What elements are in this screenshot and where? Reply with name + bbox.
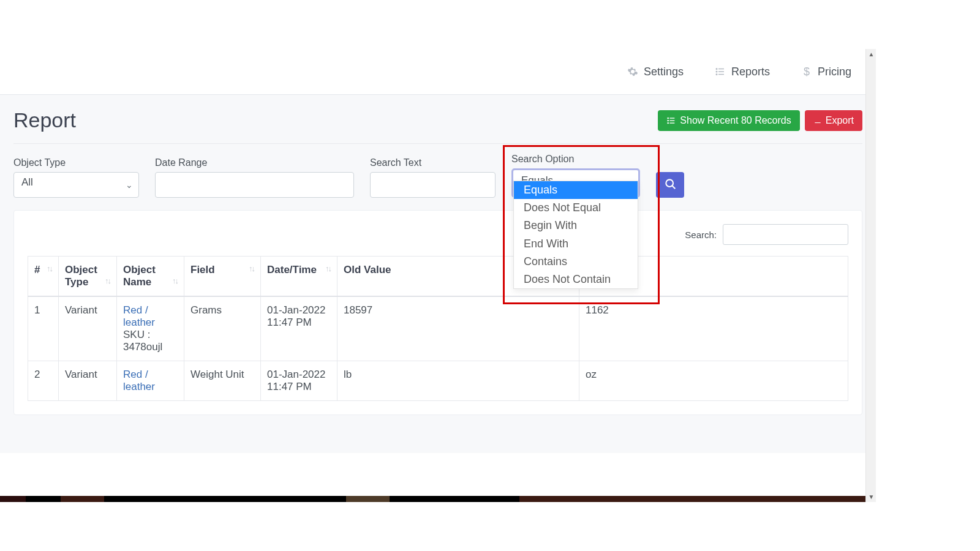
col-datetime[interactable]: Date/Time↑↓	[261, 257, 337, 297]
nav-settings-label: Settings	[644, 66, 684, 78]
nav-reports-label: Reports	[731, 66, 770, 78]
page-title: Report	[13, 108, 76, 132]
show-recent-label: Show Recent 80 Records	[680, 115, 791, 126]
cell-field: Grams	[184, 296, 261, 361]
gear-icon	[627, 66, 639, 78]
scroll-up-icon[interactable]: ▲	[866, 49, 876, 59]
col-index[interactable]: #↑↓	[28, 257, 59, 297]
option-does-not-equal[interactable]: Does Not Equal	[514, 199, 638, 217]
svg-point-9	[668, 118, 668, 118]
object-sku: SKU : 3478oujl	[123, 329, 162, 353]
search-option-label: Search Option	[511, 154, 640, 165]
option-begin-with[interactable]: Begin With	[514, 217, 638, 234]
filter-bar: Object Type All ⌄ Date Range Search Text…	[13, 154, 862, 198]
scroll-down-icon[interactable]: ▼	[866, 492, 876, 502]
cell-object-type: Variant	[59, 361, 117, 401]
svg-line-13	[673, 186, 676, 189]
date-range-label: Date Range	[155, 157, 354, 168]
cell-index: 2	[28, 361, 59, 401]
search-text-input[interactable]	[370, 172, 496, 198]
nav-pricing[interactable]: $ Pricing	[801, 66, 851, 78]
search-option-dropdown: Equals Does Not Equal Begin With End Wit…	[513, 181, 638, 289]
nav-pricing-label: Pricing	[818, 66, 851, 78]
list-icon	[714, 66, 726, 78]
col-object-type[interactable]: Object Type↑↓	[59, 257, 117, 297]
table-header-row: #↑↓ Object Type↑↓ Object Name↑↓ Field↑↓ …	[28, 257, 848, 297]
vertical-scrollbar[interactable]: ▲ ▼	[865, 49, 876, 502]
cell-datetime: 01-Jan-2022 11:47 PM	[261, 296, 337, 361]
app-viewport: ▲ ▼ Settings Reports $ Pricing Report	[0, 49, 876, 502]
search-option-group: Search Option Equals ⌄ Equals Does Not E…	[511, 154, 640, 198]
object-link[interactable]: Red / leather	[123, 369, 155, 392]
nav-reports[interactable]: Reports	[714, 66, 770, 78]
sort-icon: ↑↓	[249, 264, 254, 273]
search-button[interactable]	[656, 172, 684, 198]
option-equals[interactable]: Equals	[514, 181, 638, 199]
object-type-label: Object Type	[13, 157, 139, 168]
show-recent-button[interactable]: Show Recent 80 Records	[658, 110, 799, 131]
table-search-input[interactable]	[723, 224, 848, 245]
cell-new-value: oz	[579, 361, 848, 401]
sort-icon: ↑↓	[325, 264, 331, 273]
table-row: 2 Variant Red / leather Weight Unit 01-J…	[28, 361, 848, 401]
col-field[interactable]: Field↑↓	[184, 257, 261, 297]
table-search-row: Search:	[28, 224, 848, 245]
object-type-group: Object Type All ⌄	[13, 157, 139, 198]
cell-index: 1	[28, 296, 59, 361]
svg-point-12	[666, 179, 673, 187]
option-contains[interactable]: Contains	[514, 253, 638, 271]
svg-point-10	[668, 120, 668, 121]
option-end-with[interactable]: End With	[514, 235, 638, 253]
report-table: #↑↓ Object Type↑↓ Object Name↑↓ Field↑↓ …	[28, 256, 848, 401]
table-search-label: Search:	[685, 230, 717, 240]
svg-point-3	[716, 69, 717, 70]
option-does-not-contain[interactable]: Does Not Contain	[514, 271, 638, 288]
object-link[interactable]: Red / leather	[123, 304, 155, 328]
cell-datetime: 01-Jan-2022 11:47 PM	[261, 361, 337, 401]
page-header: Report Show Recent 80 Records Export	[13, 108, 862, 144]
svg-point-11	[668, 122, 668, 123]
search-text-group: Search Text	[370, 157, 496, 198]
search-icon	[664, 178, 676, 192]
page-actions: Show Recent 80 Records Export	[658, 110, 862, 131]
col-object-name[interactable]: Object Name↑↓	[117, 257, 184, 297]
bottom-strip	[0, 496, 865, 502]
search-text-label: Search Text	[370, 157, 496, 168]
cell-object-name: Red / leather SKU : 3478oujl	[117, 296, 184, 361]
cell-object-name: Red / leather	[117, 361, 184, 401]
table-row: 1 Variant Red / leather SKU : 3478oujl G…	[28, 296, 848, 361]
cell-field: Weight Unit	[184, 361, 261, 401]
sort-icon: ↑↓	[47, 264, 52, 273]
export-label: Export	[826, 115, 854, 126]
nav-settings[interactable]: Settings	[627, 66, 684, 78]
cell-old-value: lb	[337, 361, 579, 401]
download-icon	[813, 116, 822, 125]
date-range-group: Date Range	[155, 157, 354, 198]
cell-object-type: Variant	[59, 296, 117, 361]
cell-old-value: 18597	[337, 296, 579, 361]
export-button[interactable]: Export	[805, 110, 862, 131]
sort-icon: ↑↓	[105, 276, 110, 285]
svg-point-5	[716, 74, 717, 75]
dollar-icon: $	[801, 66, 813, 78]
page-body: Report Show Recent 80 Records Export	[0, 95, 876, 453]
sort-icon: ↑↓	[172, 276, 178, 285]
cell-new-value: 1162	[579, 296, 848, 361]
table-card: Search: #↑↓ Object Type↑↓ Object Name↑↓ …	[13, 210, 862, 415]
svg-point-4	[716, 71, 717, 72]
top-nav: Settings Reports $ Pricing	[0, 49, 876, 95]
date-range-input[interactable]	[155, 172, 354, 198]
object-type-select[interactable]: All	[13, 172, 139, 198]
list-icon	[666, 116, 676, 126]
